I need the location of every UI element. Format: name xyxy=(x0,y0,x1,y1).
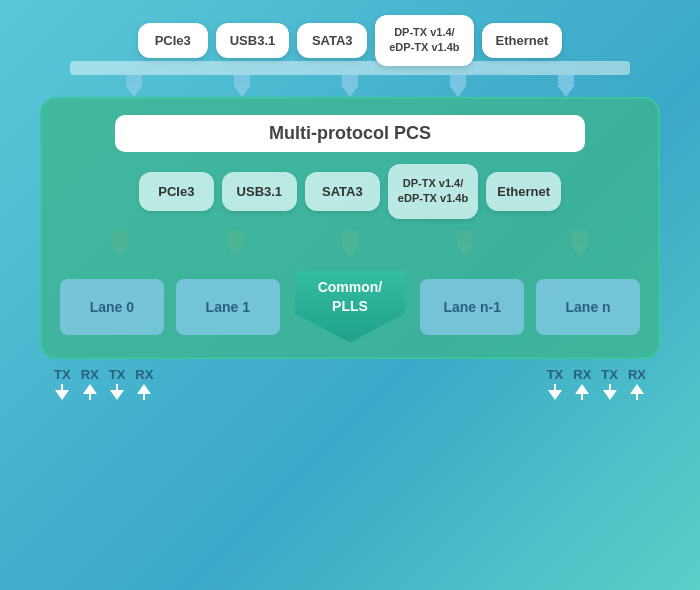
arrow-col-1 xyxy=(125,75,143,97)
sata3-top-box: SATA3 xyxy=(297,23,367,58)
ethernet-inner-box: Ethernet xyxy=(486,172,561,211)
inner-protocol-row: PCIe3 USB3.1 SATA3 DP-TX v1.4/eDP-TX v1.… xyxy=(56,164,644,219)
main-pcs-box: Multi-protocol PCS PCIe3 USB3.1 SATA3 DP… xyxy=(40,97,660,359)
txrx-rx2: RX xyxy=(135,367,153,400)
pcs-title: Multi-protocol PCS xyxy=(269,123,431,143)
rx1-label: RX xyxy=(81,367,99,382)
sata3-inner-box: SATA3 xyxy=(305,172,380,211)
common-plls-label: Common/PLLS xyxy=(318,278,383,314)
ethernet-inner-label: Ethernet xyxy=(497,184,550,199)
inner-arrow-2 xyxy=(226,231,244,259)
txrx-right-group: TX RX TX xyxy=(547,367,646,400)
pcs-title-box: Multi-protocol PCS xyxy=(115,115,585,152)
pcie3-top-box: PCIe3 xyxy=(138,23,208,58)
txrx-tx3: TX xyxy=(547,367,564,400)
usb31-inner-box: USB3.1 xyxy=(222,172,297,211)
common-plls-container: Common/PLLS xyxy=(288,271,413,343)
sata3-top-label: SATA3 xyxy=(312,33,353,48)
tx1-label: TX xyxy=(54,367,71,382)
txrx-rx1: RX xyxy=(81,367,99,400)
pcie3-top-label: PCIe3 xyxy=(155,33,191,48)
txrx-tx1: TX xyxy=(54,367,71,400)
inner-arrow-4 xyxy=(456,231,474,259)
pcie3-inner-box: PCIe3 xyxy=(139,172,214,211)
lane-n1-box: Lane n-1 xyxy=(420,279,524,335)
rx4-label: RX xyxy=(628,367,646,382)
inner-arrow-5 xyxy=(571,231,589,259)
arrow-col-5 xyxy=(557,75,575,97)
rx3-label: RX xyxy=(573,367,591,382)
ethernet-top-label: Ethernet xyxy=(496,33,549,48)
lane-n-label: Lane n xyxy=(566,299,611,315)
usb31-inner-label: USB3.1 xyxy=(237,184,283,199)
lanes-row: Lane 0 Lane 1 Common/PLLS Lane n-1 Lane … xyxy=(56,271,644,343)
dptx-top-box: DP-TX v1.4/eDP-TX v1.4b xyxy=(375,15,473,66)
arrow-col-4 xyxy=(449,75,467,97)
common-plls-box: Common/PLLS xyxy=(295,271,405,343)
usb31-top-box: USB3.1 xyxy=(216,23,290,58)
lane-n1-label: Lane n-1 xyxy=(443,299,501,315)
lane0-box: Lane 0 xyxy=(60,279,164,335)
lane0-label: Lane 0 xyxy=(90,299,134,315)
arrow-col-2 xyxy=(233,75,251,97)
top-protocol-row: PCIe3 USB3.1 SATA3 DP-TX v1.4/eDP-TX v1.… xyxy=(138,15,563,66)
rx2-label: RX xyxy=(135,367,153,382)
txrx-section: TX RX TX xyxy=(40,361,660,400)
pcie3-inner-label: PCIe3 xyxy=(158,184,194,199)
top-arrow-row xyxy=(80,75,620,97)
txrx-left-group: TX RX TX xyxy=(54,367,153,400)
tx2-label: TX xyxy=(109,367,126,382)
arrow-col-3 xyxy=(341,75,359,97)
inner-arrow-row xyxy=(56,231,644,259)
lane-n-box: Lane n xyxy=(536,279,640,335)
inner-arrow-3 xyxy=(341,231,359,259)
tx3-label: TX xyxy=(547,367,564,382)
sata3-inner-label: SATA3 xyxy=(322,184,363,199)
diagram-container: PCIe3 USB3.1 SATA3 DP-TX v1.4/eDP-TX v1.… xyxy=(20,15,680,575)
txrx-tx4: TX xyxy=(601,367,618,400)
dptx-inner-box: DP-TX v1.4/eDP-TX v1.4b xyxy=(388,164,478,219)
lane1-label: Lane 1 xyxy=(206,299,250,315)
usb31-top-label: USB3.1 xyxy=(230,33,276,48)
lane1-box: Lane 1 xyxy=(176,279,280,335)
txrx-rx4: RX xyxy=(628,367,646,400)
txrx-tx2: TX xyxy=(109,367,126,400)
txrx-rx3: RX xyxy=(573,367,591,400)
tx4-label: TX xyxy=(601,367,618,382)
ethernet-top-box: Ethernet xyxy=(482,23,563,58)
inner-arrow-1 xyxy=(111,231,129,259)
